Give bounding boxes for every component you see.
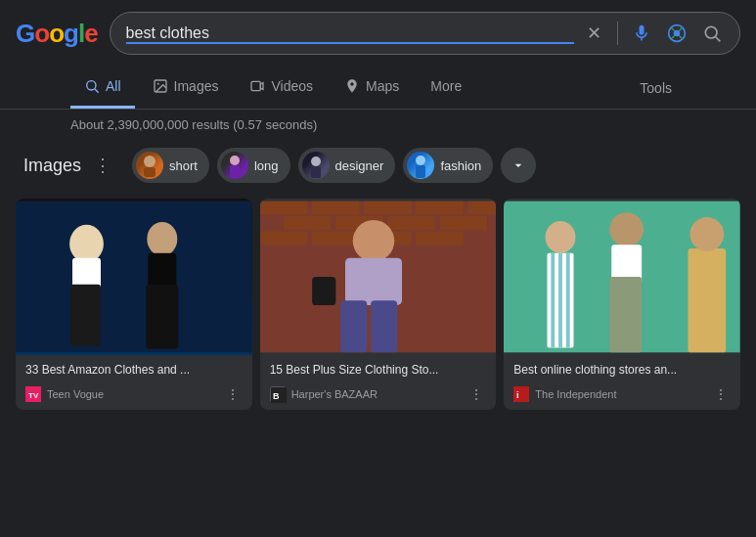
header: Google best clothes ✕	[0, 0, 756, 67]
chip-label-fashion: fashion	[440, 158, 481, 173]
filter-chips: short long designer fas	[132, 148, 536, 183]
svg-rect-17	[16, 201, 252, 353]
svg-rect-50	[552, 253, 556, 348]
image-source-3: i The Independent ⋮	[513, 384, 731, 404]
tab-more[interactable]: More	[417, 67, 475, 109]
svg-line-3	[716, 37, 721, 42]
source-name-2: Harper's BAZAAR	[291, 388, 378, 400]
search-icons: ✕	[582, 22, 724, 45]
svg-point-48	[546, 221, 576, 253]
chip-label-long: long	[254, 158, 279, 173]
tab-all[interactable]: All	[70, 67, 135, 109]
filter-chip-fashion[interactable]: fashion	[403, 148, 493, 183]
svg-rect-51	[558, 253, 562, 348]
svg-rect-41	[345, 258, 402, 305]
image-info-2: 15 Best Plus Size Clothing Sto... B Harp…	[260, 355, 497, 410]
svg-line-5	[95, 89, 99, 93]
svg-rect-27	[260, 201, 307, 215]
card-more-button-1[interactable]: ⋮	[223, 384, 243, 404]
svg-point-13	[311, 157, 321, 166]
source-favicon-2: B	[270, 386, 286, 402]
image-grid: 33 Best Amazon Clothes and ... TV Teen V…	[16, 195, 740, 414]
image-source-1: TV Teen Vogue ⋮	[25, 384, 243, 404]
svg-rect-55	[610, 277, 643, 352]
image-info-3: Best online clothing stores an... i The …	[504, 355, 740, 410]
svg-point-15	[416, 156, 425, 165]
images-header: Images ⋮ short long	[16, 148, 740, 183]
search-bar[interactable]: best clothes ✕	[110, 12, 740, 55]
search-button[interactable]	[700, 22, 724, 45]
chip-label-short: short	[169, 158, 198, 173]
svg-rect-52	[566, 253, 570, 348]
source-favicon-3: i	[513, 386, 529, 402]
chip-label-designer: designer	[335, 158, 384, 173]
source-favicon-1: TV	[25, 386, 41, 402]
svg-rect-43	[371, 300, 397, 352]
svg-point-40	[352, 220, 394, 262]
image-card-2[interactable]: 15 Best Plus Size Clothing Sto... B Harp…	[260, 199, 497, 410]
svg-rect-42	[340, 300, 367, 352]
svg-rect-23	[146, 285, 178, 349]
svg-rect-8	[251, 81, 260, 90]
images-more-options-button[interactable]: ⋮	[89, 152, 116, 179]
tab-all-label: All	[106, 78, 121, 94]
image-card-3[interactable]: Best online clothing stores an... i The …	[504, 199, 740, 410]
tab-images[interactable]: Images	[139, 67, 233, 109]
filter-expand-button[interactable]	[501, 148, 536, 183]
results-info: About 2,390,000,000 results (0.57 second…	[0, 110, 756, 140]
tab-images-label: Images	[174, 78, 219, 94]
images-section: Images ⋮ short long	[0, 140, 756, 414]
tab-maps[interactable]: Maps	[331, 67, 413, 109]
tab-videos[interactable]: Videos	[236, 67, 327, 109]
source-name-1: Teen Vogue	[47, 388, 104, 400]
svg-rect-39	[416, 232, 463, 246]
svg-point-21	[147, 222, 177, 256]
svg-rect-29	[364, 201, 411, 215]
svg-rect-31	[467, 201, 496, 215]
image-thumb-2	[260, 199, 497, 355]
svg-point-18	[69, 225, 104, 263]
svg-rect-12	[230, 165, 240, 178]
image-thumb-3	[504, 199, 740, 355]
image-title-3: Best online clothing stores an...	[513, 363, 731, 379]
svg-text:B: B	[273, 391, 280, 401]
tools-button[interactable]: Tools	[626, 68, 686, 108]
clear-button[interactable]: ✕	[582, 22, 605, 45]
search-query-text: best clothes	[126, 24, 209, 41]
images-section-title: Images	[23, 156, 81, 176]
search-input[interactable]: best clothes	[126, 24, 574, 42]
svg-point-11	[230, 156, 240, 165]
image-info-1: 33 Best Amazon Clothes and ... TV Teen V…	[16, 355, 252, 410]
filter-chip-long[interactable]: long	[217, 148, 290, 183]
google-logo: Google	[16, 19, 98, 49]
card-more-button-2[interactable]: ⋮	[467, 384, 486, 404]
tab-maps-label: Maps	[366, 78, 399, 94]
image-card-1[interactable]: 33 Best Amazon Clothes and ... TV Teen V…	[16, 199, 252, 410]
svg-rect-28	[312, 201, 359, 215]
card-more-button-3[interactable]: ⋮	[711, 384, 731, 404]
chip-avatar-long	[221, 152, 248, 179]
image-title-2: 15 Best Plus Size Clothing Sto...	[270, 363, 487, 379]
svg-rect-14	[311, 166, 321, 178]
source-name-3: The Independent	[535, 388, 616, 400]
filter-chip-designer[interactable]: designer	[298, 148, 396, 183]
tab-more-label: More	[430, 78, 462, 94]
filter-chip-short[interactable]: short	[132, 148, 209, 183]
google-lens-button[interactable]	[665, 22, 689, 45]
svg-text:TV: TV	[28, 391, 39, 400]
tab-videos-label: Videos	[271, 78, 313, 94]
svg-rect-32	[284, 216, 331, 230]
nav-tabs: All Images Videos Maps More Tools	[0, 67, 756, 110]
svg-rect-37	[312, 232, 359, 246]
image-source-2: B Harper's BAZAAR ⋮	[270, 384, 487, 404]
svg-rect-20	[70, 285, 101, 346]
svg-text:i: i	[516, 390, 519, 400]
voice-search-button[interactable]	[630, 22, 653, 45]
svg-rect-35	[439, 216, 486, 230]
image-thumb-1	[16, 199, 252, 355]
svg-rect-30	[416, 201, 463, 215]
svg-rect-10	[144, 167, 156, 177]
svg-point-4	[87, 81, 96, 90]
svg-point-57	[690, 217, 725, 251]
chip-avatar-short	[136, 152, 163, 179]
